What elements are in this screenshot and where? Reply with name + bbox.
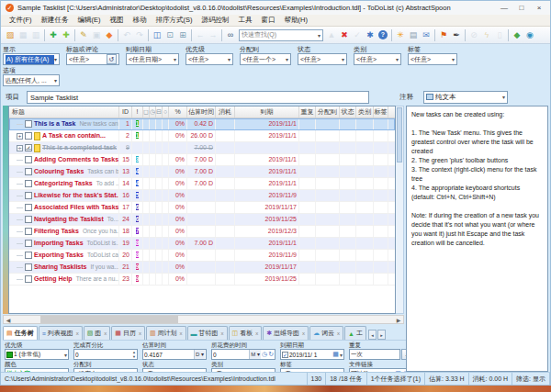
task-checkbox[interactable]	[25, 156, 32, 163]
spinner-icons[interactable]: ▲▼	[132, 350, 136, 359]
column-header-8[interactable]: %	[169, 106, 187, 118]
menu-item-7[interactable]: 源码控制	[197, 15, 234, 26]
task-checkbox[interactable]	[25, 180, 32, 187]
minimize-button[interactable]: —	[496, 2, 512, 14]
tab-close-icon[interactable]: x	[76, 330, 79, 336]
tab-scroll-right-icon[interactable]: ▸	[377, 330, 386, 340]
task-row[interactable]: Navigating the TasklistTo...2460%2019/11…	[9, 214, 395, 226]
maximize-button[interactable]: □	[513, 2, 530, 14]
filter-select-4[interactable]: <任意>▾	[186, 53, 233, 65]
column-header-16[interactable]: 标签	[374, 106, 388, 118]
filter-select-5[interactable]: <任意一个>▾	[240, 53, 291, 65]
weblink-pen-icon[interactable]: ✒	[450, 28, 463, 42]
task-row[interactable]: This is a TaskNew tasks can...110%0.42 D…	[9, 118, 395, 130]
tab-看板[interactable]: ◫看板x	[229, 326, 263, 340]
tab-close-icon[interactable]: x	[104, 330, 107, 336]
tab-scroll-left-icon[interactable]: ◂	[368, 330, 377, 340]
clock-icon[interactable]: ◷	[262, 351, 267, 358]
scroll-right-arrow-icon[interactable]: ▶	[394, 317, 403, 323]
attr-field-完成百分比[interactable]: 0▲▼	[73, 349, 138, 360]
menu-item-5[interactable]: 移动	[129, 15, 152, 26]
scroll-left-arrow-icon[interactable]: ◀	[4, 317, 13, 323]
unit-dropdown[interactable]: M ▾	[249, 350, 261, 359]
menu-item-9[interactable]: 窗口	[257, 15, 280, 26]
column-header-10[interactable]: 消耗	[216, 106, 235, 118]
due-date-checkbox[interactable]: ✓	[282, 352, 288, 358]
menu-item-10[interactable]: 帮助(H)	[280, 15, 312, 26]
tab-close-icon[interactable]: x	[221, 330, 224, 336]
addons-icon[interactable]: ◆	[511, 28, 523, 42]
task-row[interactable]: Associated Files with Tasks1760%2019/11/…	[9, 202, 395, 214]
tab-工[interactable]: ▲工	[344, 326, 366, 340]
expand-plus-icon[interactable]: +	[17, 133, 23, 140]
preferences-gear-icon[interactable]: ✱	[364, 28, 377, 42]
tab-close-icon[interactable]: x	[255, 330, 258, 336]
task-checkbox[interactable]	[25, 168, 32, 175]
menu-item-4[interactable]: 视图	[106, 15, 129, 26]
column-header-12[interactable]: 重复	[299, 106, 316, 118]
filter-select-3[interactable]: <任意日期>▾	[126, 53, 179, 65]
new-task-icon[interactable]: ✚	[47, 28, 60, 42]
column-header-3[interactable]: !	[132, 106, 143, 118]
unit-dropdown[interactable]: D ▾	[194, 350, 205, 359]
calendar-icon[interactable]: ▦	[332, 351, 339, 358]
filelink-column-icon[interactable]: ⊟	[156, 106, 163, 118]
filter-select-7[interactable]: <任意>▾	[354, 53, 401, 65]
maximize-tasklist-icon[interactable]: ⊡	[163, 28, 176, 42]
task-checkbox[interactable]: ✓	[25, 144, 32, 151]
task-row[interactable]: Filtering TasksOnce you ha...1870%2019/1…	[9, 226, 395, 238]
filter-select-8[interactable]: <任意>▾	[408, 53, 457, 65]
column-header-15[interactable]: 类别	[356, 106, 374, 118]
track-time-icon[interactable]: ↻	[268, 351, 274, 358]
clock-column-icon[interactable]: ◷	[150, 106, 156, 118]
website-globe-icon[interactable]: ◉	[523, 28, 536, 42]
task-row[interactable]: Adding Comments to Tasks1530%7.00 D2019/…	[9, 154, 395, 166]
task-checkbox[interactable]	[25, 216, 32, 223]
tab-close-icon[interactable]: x	[180, 330, 183, 336]
scrollbar-thumb[interactable]	[40, 316, 178, 323]
tab-日历[interactable]: ▦日历x	[111, 326, 145, 340]
tab-词云[interactable]: ☁词云x	[309, 326, 343, 340]
task-row[interactable]: Categorizing TasksTo add ...1440%7.00 D2…	[9, 178, 395, 190]
task-row[interactable]: Exporting TasksToDoList ca...2080%2019/1…	[9, 250, 395, 262]
task-comments-panel[interactable]: New tasks can be created using: 1. The '…	[406, 106, 548, 372]
column-header-1[interactable]: 标题	[9, 106, 119, 118]
edit-task-icon[interactable]: ✎	[77, 28, 90, 42]
tab-周计划[interactable]: ▥周计划x	[146, 326, 186, 340]
whats-new-icon[interactable]: ✳	[394, 28, 407, 42]
find-tasks-icon[interactable]: ∞	[224, 28, 237, 42]
task-checkbox[interactable]	[25, 192, 32, 199]
task-row[interactable]: Sharing TasklistsIf you wa...2190%2019/1…	[9, 262, 395, 274]
task-checkbox[interactable]	[25, 204, 32, 211]
column-header-9[interactable]: 估算时间	[187, 106, 216, 118]
horizontal-scrollbar[interactable]: ◀ ▶	[3, 315, 404, 324]
attr-field-到期日期[interactable]: ✓2019/11/ 1▦▾	[280, 349, 344, 360]
delete-task-icon[interactable]: ✖	[338, 28, 351, 42]
task-checkbox[interactable]	[25, 132, 32, 140]
expand-plus-icon[interactable]: +	[17, 145, 23, 151]
task-checkbox[interactable]	[25, 228, 32, 235]
task-row[interactable]: Importing TasksToDoList is...1980%7.00 D…	[9, 238, 395, 250]
maximize-comments-icon[interactable]: ⊞	[176, 28, 189, 42]
print-icon[interactable]: ▤	[407, 28, 420, 42]
tab-甘特图[interactable]: ▬甘特图x	[187, 326, 228, 340]
email-icon[interactable]: ✉	[420, 28, 433, 42]
filter-options-select[interactable]: 匹配任何人, ...▾	[3, 74, 60, 86]
menu-item-2[interactable]: 新建任务	[37, 15, 73, 26]
layout-icon[interactable]: ◫	[151, 28, 163, 42]
task-row[interactable]: Getting HelpThere are a nu...2390%2019/1…	[9, 274, 395, 286]
column-header-14[interactable]: 状态	[340, 106, 356, 118]
vertical-scrollbar[interactable]	[396, 106, 404, 314]
task-row[interactable]: Likewise for the task's Stat...1650%2019…	[9, 190, 395, 202]
new-subtask-icon[interactable]: ✚	[60, 28, 73, 42]
task-row[interactable]: +A Task can contain...210%26.00 D2019/11…	[9, 130, 395, 142]
project-input[interactable]: Sample Tasklist	[27, 91, 369, 104]
tab-close-icon[interactable]: x	[302, 330, 305, 336]
task-checkbox[interactable]	[25, 275, 32, 283]
attr-field-所花费的时间[interactable]: 0M ▾◷↻	[211, 349, 276, 360]
attr-field-优先级[interactable]: 1 (非常低)▾	[5, 349, 69, 360]
menu-item-3[interactable]: 编辑(E)	[73, 15, 106, 26]
lock-column-icon[interactable]: ◻	[143, 106, 150, 118]
task-checkbox[interactable]	[25, 240, 32, 247]
reminder-column-icon[interactable]: ○	[163, 106, 169, 118]
